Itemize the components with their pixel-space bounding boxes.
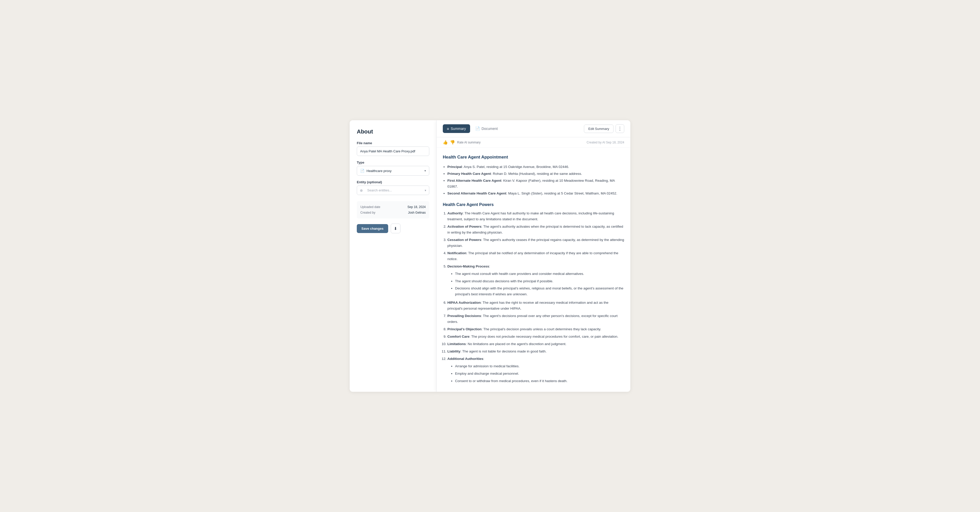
document-tab-label: Document [482, 127, 498, 131]
sub-list: Arrange for admission to medical facilit… [455, 363, 624, 384]
list-item: Additional Authorities: Arrange for admi… [447, 356, 624, 384]
save-changes-button[interactable]: Save changes [357, 224, 388, 233]
entity-search-icon: ⊕ [360, 188, 363, 192]
uploaded-date-value: Sep 18, 2024 [407, 205, 426, 209]
list-item: Decisions should align with the principa… [455, 286, 624, 297]
list-item: Cessation of Powers: The agent's authori… [447, 237, 624, 249]
bottom-actions: Save changes ⬇ [357, 224, 429, 233]
uploaded-date-label: Uploaded date [360, 205, 380, 209]
list-item: Authority: The Health Care Agent has ful… [447, 211, 624, 222]
list-item: Activation of Powers: The agent's author… [447, 224, 624, 235]
right-header: ≡ Summary 📄 Document Edit Summary ⋮ [437, 120, 630, 137]
doc-icon: 📄 [360, 169, 364, 173]
thumbs-up-icon: 👍 [443, 140, 448, 145]
list-item: The agent must consult with health care … [455, 271, 624, 277]
right-panel: ≡ Summary 📄 Document Edit Summary ⋮ 👍 [436, 120, 630, 391]
document-tab-icon: 📄 [475, 126, 480, 131]
list-item: HIPAA Authorization: The agent has the r… [447, 300, 624, 312]
ai-bar: 👍 👎 Rate AI summary Created by AI Sep 18… [437, 137, 630, 148]
list-item: Limitations: No limitations are placed o… [447, 341, 624, 347]
meta-section: Uploaded date Sep 18, 2024 Created by Jo… [357, 201, 429, 218]
list-item: Decision-Making Process: The agent must … [447, 264, 624, 297]
tab-summary[interactable]: ≡ Summary [443, 124, 470, 133]
created-by-value: Josh Gelinas [408, 211, 426, 215]
list-item: Consent to or withdraw from medical proc… [455, 378, 624, 384]
thumbs-up-button[interactable]: 👍 [443, 140, 448, 145]
section1-bullets: Principal: Anya S. Patel, residing at 15… [447, 164, 624, 197]
meta-row-created: Created by Josh Gelinas [360, 210, 426, 215]
section2-numbered: Authority: The Health Care Agent has ful… [447, 211, 624, 384]
entity-placeholder: Search entities... [366, 188, 392, 192]
meta-row-uploaded: Uploaded date Sep 18, 2024 [360, 204, 426, 210]
entity-wrapper: ⊕ Search entities... ▾ [357, 186, 429, 195]
more-icon: ⋮ [617, 126, 622, 132]
sub-list: The agent must consult with health care … [455, 271, 624, 297]
type-select[interactable]: 📄 Healthcare proxy ▾ [357, 166, 429, 176]
entity-input[interactable]: Search entities... [357, 186, 429, 195]
edit-summary-button[interactable]: Edit Summary [584, 124, 614, 133]
file-name-input[interactable] [357, 146, 429, 156]
thumbs-down-icon: 👎 [450, 140, 455, 145]
main-container: About File name Type 📄 Healthcare proxy … [350, 120, 630, 391]
created-by-label: Created by [360, 211, 375, 215]
type-select-wrapper: 📄 Healthcare proxy ▾ [357, 166, 429, 176]
list-item: Arrange for admission to medical facilit… [455, 363, 624, 369]
list-item: Liability: The agent is not liable for d… [447, 349, 624, 355]
list-item: Prevailing Decisions: The agent's decisi… [447, 313, 624, 325]
list-item: First Alternate Health Care Agent: Kiran… [447, 178, 624, 190]
list-item: Primary Health Care Agent: Rohan D. Meht… [447, 171, 624, 177]
created-by-ai: Created by AI Sep 18, 2024 [587, 141, 624, 144]
file-name-label: File name [357, 141, 429, 145]
thumbs-down-button[interactable]: 👎 [450, 140, 455, 145]
list-item: Comfort Care: The proxy does not preclud… [447, 334, 624, 340]
list-item: Principal: Anya S. Patel, residing at 15… [447, 164, 624, 170]
section1-title: Health Care Agent Appointment [443, 154, 624, 161]
summary-content: Health Care Agent Appointment Principal:… [437, 148, 630, 391]
type-chevron-icon: ▾ [425, 169, 426, 173]
tabs: ≡ Summary 📄 Document [443, 124, 502, 133]
ai-rating: 👍 👎 Rate AI summary [443, 140, 480, 145]
left-panel: About File name Type 📄 Healthcare proxy … [350, 120, 436, 391]
list-item: Employ and discharge medical personnel. [455, 371, 624, 377]
download-button[interactable]: ⬇ [391, 224, 401, 233]
section2-title: Health Care Agent Powers [443, 201, 624, 208]
more-options-button[interactable]: ⋮ [616, 124, 624, 133]
panel-title: About [357, 129, 429, 135]
list-item: Principal's Objection: The principal's d… [447, 326, 624, 332]
entity-chevron-icon: ▾ [425, 189, 426, 192]
list-item: Second Alternate Health Care Agent: Maya… [447, 191, 624, 197]
type-value: Healthcare proxy [366, 169, 391, 173]
download-icon: ⬇ [394, 226, 397, 231]
list-item: The agent should discuss decisions with … [455, 278, 624, 284]
tab-document[interactable]: 📄 Document [471, 124, 502, 133]
entity-label: Entity (optional) [357, 180, 429, 184]
rate-ai-label: Rate AI summary [457, 141, 480, 144]
list-item: Notification: The principal shall be not… [447, 250, 624, 262]
summary-tab-icon: ≡ [447, 127, 449, 131]
header-actions: Edit Summary ⋮ [584, 124, 624, 133]
type-label: Type [357, 161, 429, 164]
summary-tab-label: Summary [451, 127, 466, 131]
